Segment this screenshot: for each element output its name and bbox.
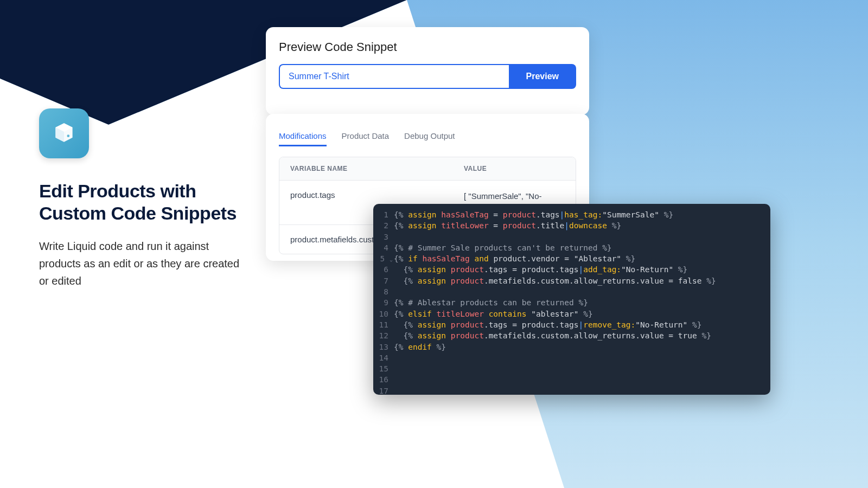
code-line: 8 xyxy=(373,286,770,297)
code-line: 1{% assign hasSaleTag = product.tags|has… xyxy=(373,209,770,220)
line-number: 5 ⌄ xyxy=(373,253,394,264)
col-header-name: Variable Name xyxy=(290,165,464,172)
left-panel: Edit Products with Custom Code Snippets … xyxy=(39,108,245,290)
code-line: 7 {% assign product.metafields.custom.al… xyxy=(373,275,770,286)
line-content xyxy=(394,286,770,297)
code-line: 5 ⌄{% if hasSaleTag and product.vendor =… xyxy=(373,253,770,264)
line-number: 13 xyxy=(373,342,394,352)
svg-point-0 xyxy=(67,134,69,137)
line-number: 17 xyxy=(373,386,394,395)
line-number: 8 xyxy=(373,286,394,297)
code-line: 11 {% assign product.tags = product.tags… xyxy=(373,319,770,330)
box-icon xyxy=(50,120,78,147)
line-content: {% # Summer Sale products can't be retur… xyxy=(394,242,770,253)
line-content: {% assign titleLower = product.title|dow… xyxy=(394,220,770,231)
product-input[interactable] xyxy=(279,64,509,89)
tab-product-data[interactable]: Product Data xyxy=(342,127,390,146)
heading: Edit Products with Custom Code Snippets xyxy=(39,180,245,224)
line-number: 1 xyxy=(373,209,394,220)
code-line: 12 {% assign product.metafields.custom.a… xyxy=(373,330,770,341)
table-header: Variable Name Value xyxy=(279,157,576,180)
line-number: 2 xyxy=(373,220,394,231)
line-number: 10 xyxy=(373,309,394,319)
line-content: {% if hasSaleTag and product.vendor = "A… xyxy=(394,253,770,264)
code-line: 6 {% assign product.tags = product.tags|… xyxy=(373,264,770,275)
line-number: 14 xyxy=(373,352,394,363)
line-content: {% # Ablestar products can be returned %… xyxy=(394,297,770,308)
code-line: 3 xyxy=(373,232,770,242)
line-number: 12 xyxy=(373,330,394,341)
code-editor[interactable]: 1{% assign hasSaleTag = product.tags|has… xyxy=(373,204,770,395)
code-line: 10{% elsif titleLower contains "ablestar… xyxy=(373,309,770,319)
line-number: 3 xyxy=(373,232,394,242)
line-number: 15 xyxy=(373,363,394,374)
code-line: 15 xyxy=(373,363,770,374)
code-line: 9{% # Ablestar products can be returned … xyxy=(373,297,770,308)
line-content xyxy=(394,363,770,374)
code-line: 2{% assign titleLower = product.title|do… xyxy=(373,220,770,231)
line-number: 9 xyxy=(373,297,394,308)
app-icon xyxy=(39,108,89,158)
col-header-value: Value xyxy=(464,165,565,172)
line-content xyxy=(394,374,770,385)
preview-input-row: Preview xyxy=(279,64,576,89)
line-content xyxy=(394,386,770,395)
line-number: 4 xyxy=(373,242,394,253)
line-content: {% assign product.tags = product.tags|re… xyxy=(394,319,770,330)
line-number: 16 xyxy=(373,374,394,385)
line-content xyxy=(394,232,770,242)
line-number: 7 xyxy=(373,275,394,286)
code-line: 14 xyxy=(373,352,770,363)
code-line: 4{% # Summer Sale products can't be retu… xyxy=(373,242,770,253)
preview-button[interactable]: Preview xyxy=(509,64,576,89)
line-content: {% elsif titleLower contains "ablestar" … xyxy=(394,309,770,319)
tabs: ModificationsProduct DataDebug Output xyxy=(279,127,576,147)
subheading: Write Liquid code and run it against pro… xyxy=(39,237,245,290)
code-line: 16 xyxy=(373,374,770,385)
line-content: {% assign product.metafields.custom.allo… xyxy=(394,275,770,286)
tab-modifications[interactable]: Modifications xyxy=(279,127,327,146)
line-number: 6 xyxy=(373,264,394,275)
line-content: {% assign product.tags = product.tags|ad… xyxy=(394,264,770,275)
line-number: 11 xyxy=(373,319,394,330)
line-content: {% assign product.metafields.custom.allo… xyxy=(394,330,770,341)
line-content: {% endif %} xyxy=(394,342,770,352)
tab-debug-output[interactable]: Debug Output xyxy=(404,127,455,146)
code-line: 13{% endif %} xyxy=(373,342,770,352)
preview-title: Preview Code Snippet xyxy=(279,40,576,54)
fold-chevron-icon[interactable]: ⌄ xyxy=(390,256,393,262)
preview-card: Preview Code Snippet Preview xyxy=(266,27,589,115)
line-content xyxy=(394,352,770,363)
code-line: 17 xyxy=(373,386,770,395)
line-content: {% assign hasSaleTag = product.tags|has_… xyxy=(394,209,770,220)
